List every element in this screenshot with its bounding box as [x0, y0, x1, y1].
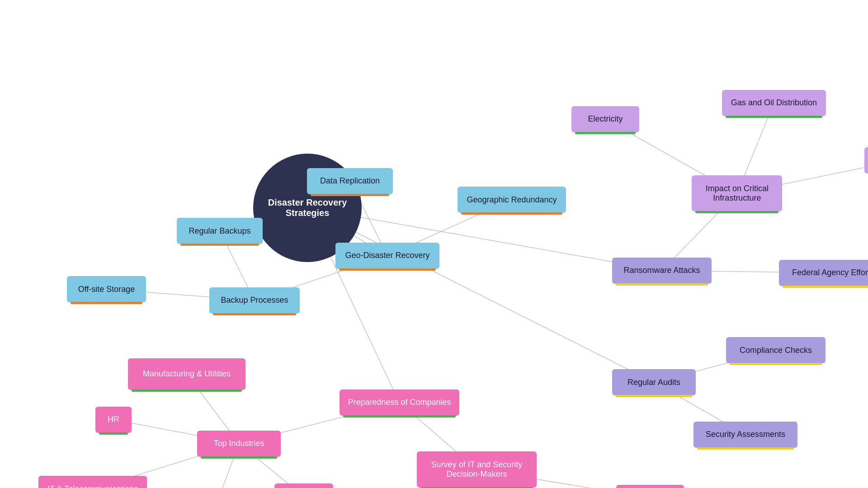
- top-industries-node[interactable]: Top Industries: [197, 431, 281, 457]
- australia-node[interactable]: Australia: [616, 485, 684, 488]
- it-telecom-node[interactable]: IT & Telecommunications: [38, 476, 147, 488]
- security-assessments-node[interactable]: Security Assessments: [693, 422, 797, 448]
- regular-audits-node[interactable]: Regular Audits: [612, 369, 696, 395]
- geographic-redundancy-node[interactable]: Geographic Redundancy: [458, 187, 566, 213]
- federal-agency-node[interactable]: Federal Agency Efforts: [779, 260, 868, 286]
- off-site-storage-node[interactable]: Off-site Storage: [67, 276, 146, 302]
- data-replication-node[interactable]: Data Replication: [307, 168, 393, 194]
- compliance-checks-node[interactable]: Compliance Checks: [726, 337, 826, 363]
- finance-node[interactable]: Finance: [274, 483, 333, 488]
- gas-oil-node[interactable]: Gas and Oil Distribution: [722, 90, 826, 116]
- mindmap-container: Disaster Recovery StrategiesData Replica…: [0, 0, 868, 488]
- geo-disaster-recovery-node[interactable]: Geo-Disaster Recovery: [335, 243, 439, 269]
- backup-processes-node[interactable]: Backup Processes: [209, 287, 300, 314]
- impact-critical-infra-node[interactable]: Impact on Critical Infrastructure: [692, 175, 782, 211]
- hr-node[interactable]: HR: [95, 407, 132, 433]
- regular-backups-node[interactable]: Regular Backups: [177, 218, 263, 244]
- ransomware-attacks-node[interactable]: Ransomware Attacks: [612, 258, 712, 284]
- manufacturing-utilities-node[interactable]: Manufacturing & Utilities: [128, 358, 245, 390]
- survey-it-node[interactable]: Survey of IT and Security Decision-Maker…: [417, 451, 537, 488]
- electricity-node[interactable]: Electricity: [571, 106, 639, 132]
- preparedness-companies-node[interactable]: Preparedness of Companies: [340, 389, 459, 416]
- healthcare-top-node[interactable]: Healthcare: [864, 147, 868, 174]
